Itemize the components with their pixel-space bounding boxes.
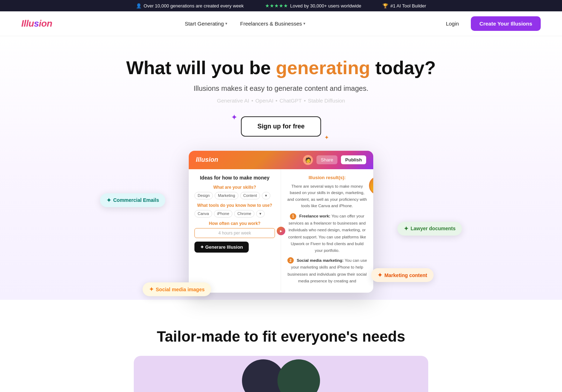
hero-visual: ✦ Commercial Emails ✦ Lawyer documents I… (121, 151, 441, 293)
announcement-bar: 👤 Over 10,000 generations are created ev… (0, 0, 562, 11)
field2-tags: Canva iPhone Chrome ▾ (194, 210, 275, 217)
nav-start-generating-label: Start Generating (185, 21, 224, 27)
publish-button[interactable]: Publish (341, 155, 366, 164)
result-item-1-text: Freelance work: You can offer your servi… (288, 214, 366, 253)
tag-chatgpt: ChatGPT (280, 98, 302, 104)
result-item-2-text: Social media marketing: You can use your… (287, 258, 367, 283)
generate-label: ✦ Generare Illusion (200, 244, 243, 250)
nav-links: Start Generating ▾ Freelancers & Busines… (180, 18, 310, 29)
chip-commercial-emails[interactable]: ✦ Commercial Emails (100, 193, 165, 207)
app-card-body: Ideas for how to make money What are you… (189, 169, 373, 293)
headline-before: What will you be (126, 57, 276, 78)
tailor-visual (134, 356, 428, 392)
user-avatar-right: 🧔 (369, 176, 373, 195)
tailor-headline: Tailor-made to fit everyone's needs (7, 328, 555, 345)
plus-icon-3: ✦ (378, 272, 382, 278)
chevron-down-icon-2: ▾ (303, 21, 305, 26)
plus-icon-4: ✦ (149, 286, 154, 293)
app-card-header: Illusion 🧑 Share Publish (189, 151, 373, 169)
tag-generative-ai: Generative AI (217, 98, 249, 104)
chevron-down-icon: ▾ (225, 21, 227, 26)
result-title: Illusion result(s): (287, 175, 368, 180)
generate-button[interactable]: ✦ Generare Illusion (194, 242, 249, 253)
plus-icon: ✦ (106, 197, 111, 204)
result-num-2: 2 (287, 257, 294, 264)
nav-actions: Login Create Your Illusions (438, 16, 541, 31)
headline-highlight: generating (276, 57, 370, 78)
chip-marketing-label: Marketing content (384, 272, 427, 278)
announcement-item-2: ★★★★★ Loved by 30,000+ users worldwide (265, 3, 362, 9)
nav-freelancers-businesses[interactable]: Freelancers & Businesses ▾ (235, 18, 310, 29)
tag-stable-diffusion: Stable Diffusion (308, 98, 345, 104)
trophy-icon: 🏆 (382, 3, 388, 9)
field3-label: How often can you work? (194, 221, 275, 226)
logo[interactable]: Illusion (21, 18, 52, 29)
announcement-text-1: Over 10,000 generations are created ever… (144, 3, 244, 9)
login-button[interactable]: Login (438, 17, 467, 30)
play-icon[interactable]: ▶ (277, 227, 285, 235)
app-left-panel: Ideas for how to make money What are you… (189, 169, 281, 293)
announcement-text-3: #1 AI Tool Builder (390, 3, 426, 9)
tag-chrome: Chrome (234, 210, 254, 217)
field2-label: What tools do you know how to use? (194, 203, 275, 208)
announcement-text-2: Loved by 30,000+ users worldwide (290, 3, 362, 9)
nav-freelancers-label: Freelancers & Businesses (240, 21, 302, 27)
tailor-section: Tailor-made to fit everyone's needs (0, 300, 562, 392)
chip-social-media-images[interactable]: ✦ Social media images (143, 282, 211, 296)
prompt-title: Ideas for how to make money (194, 175, 275, 181)
announcement-item-3: 🏆 #1 AI Tool Builder (382, 3, 426, 9)
app-card-avatar: 🧑 (303, 155, 313, 165)
star-rating: ★★★★★ (265, 3, 288, 9)
hero-tags: Generative AI • OpenAI • ChatGPT • Stabl… (7, 98, 555, 104)
plus-icon-2: ✦ (404, 225, 408, 232)
chip-marketing-content[interactable]: ✦ Marketing content (371, 268, 434, 282)
app-card: Illusion 🧑 Share Publish Ideas for how t… (189, 151, 373, 293)
chip-lawyer-label: Lawyer documents (411, 226, 456, 231)
hero-subheadline: Illusions makes it easy to generate cont… (7, 84, 555, 93)
field1-tags: Design Marketing Content ▾ (194, 192, 275, 199)
tag-content: Content (240, 192, 260, 199)
tag-marketing: Marketing (215, 192, 238, 199)
tag-iphone: iPhone (214, 210, 232, 217)
tag-dropdown-1[interactable]: ▾ (262, 192, 270, 199)
dot-2: • (276, 98, 277, 104)
sparkle-right-icon: ✦ (324, 134, 329, 141)
person-icon: 👤 (136, 3, 142, 9)
dot-3: • (304, 98, 305, 104)
headline-after: today? (370, 57, 436, 78)
tag-dropdown-2[interactable]: ▾ (256, 210, 265, 217)
tag-openai: OpenAI (255, 98, 274, 104)
app-right-panel: ▶ Illusion result(s): There are several … (281, 169, 373, 293)
nav-start-generating[interactable]: Start Generating ▾ (180, 18, 232, 29)
hero-headline: What will you be generating today? (7, 57, 555, 79)
chip-commercial-label: Commercial Emails (113, 197, 159, 203)
hero-section: What will you be generating today? Illus… (0, 36, 562, 300)
create-illusions-button[interactable]: Create Your Illusions (471, 16, 541, 31)
result-intro: There are several ways to make money bas… (287, 183, 368, 209)
result-item-2: 2 Social media marketing: You can use yo… (287, 257, 368, 285)
tag-canva: Canva (194, 210, 212, 217)
navbar: Illusion Start Generating ▾ Freelancers … (0, 11, 562, 36)
sparkle-left-icon: ✦ (231, 113, 237, 122)
announcement-item-1: 👤 Over 10,000 generations are created ev… (136, 3, 244, 9)
share-button[interactable]: Share (316, 155, 337, 164)
person-silhouette-2 (277, 359, 320, 392)
app-card-logo: Illusion (196, 156, 218, 164)
signup-button[interactable]: Sign up for free (241, 116, 321, 137)
chip-social-label: Social media images (156, 287, 205, 292)
tag-design: Design (194, 192, 213, 199)
app-card-header-actions: 🧑 Share Publish (303, 155, 366, 165)
signup-button-wrapper: ✦ Sign up for free ✦ (241, 116, 321, 137)
field3-input[interactable]: 4 hours per week (194, 228, 275, 238)
dot-1: • (251, 98, 253, 104)
result-item-1: 1 Freelance work: You can offer your ser… (287, 212, 368, 254)
field1-label: What are your skills? (194, 185, 275, 190)
result-num-1: 1 (290, 213, 296, 220)
chip-lawyer-documents[interactable]: ✦ Lawyer documents (397, 222, 462, 236)
